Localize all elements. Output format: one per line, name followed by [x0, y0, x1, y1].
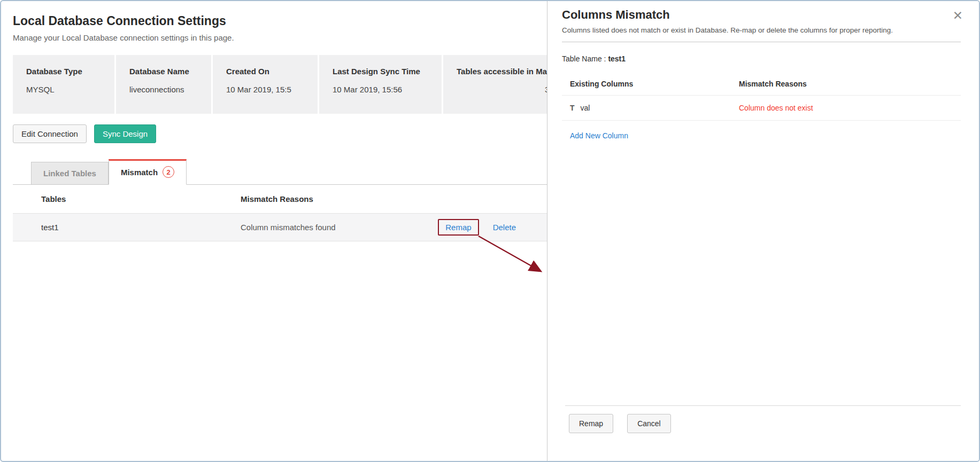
panel-title: Columns Mismatch [562, 8, 961, 22]
panel-header: Columns Mismatch Columns listed does not… [547, 1, 979, 34]
info-value: 10 Mar 2019, 15:56 [333, 85, 442, 94]
panel-footer: Remap Cancel [547, 406, 979, 461]
panel-subtitle: Columns listed does not match or exist i… [562, 26, 961, 34]
panel-cancel-button[interactable]: Cancel [627, 414, 671, 433]
screenshot-root: Local Database Connection Settings Manag… [0, 0, 980, 462]
existing-columns-header: Existing Columns [570, 80, 739, 88]
page-title: Local Database Connection Settings [13, 14, 547, 28]
info-value: liveconnections [129, 85, 211, 94]
connection-actions: Edit Connection Sync Design [13, 124, 547, 143]
columns-mismatch-panel: ✕ Columns Mismatch Columns listed does n… [547, 1, 979, 461]
add-new-column-wrapper: Add New Column [562, 131, 961, 140]
panel-body: Table Name : test1 Existing Columns Mism… [547, 42, 979, 405]
mismatch-count-badge: 2 [163, 166, 174, 178]
table-name-cell: test1 [13, 223, 241, 232]
panel-remap-button[interactable]: Remap [569, 414, 613, 433]
add-new-column-link[interactable]: Add New Column [570, 131, 628, 140]
column-header-mismatch-reasons: Mismatch Reasons [241, 194, 547, 203]
column-name: val [581, 104, 590, 112]
info-header: Created On [226, 67, 318, 76]
connection-info-table: Database Type MYSQL Database Name liveco… [13, 55, 547, 114]
panel-spacer [562, 140, 961, 405]
info-value: 3 [457, 85, 547, 94]
info-value: MYSQL [26, 85, 114, 94]
tab-bar: Linked Tables Mismatch 2 [13, 159, 547, 185]
sync-design-button[interactable]: Sync Design [94, 124, 156, 143]
info-cell-tables-accessible: Tables accessible in Mana 3 [443, 55, 547, 114]
column-cell: T val [570, 104, 739, 112]
info-cell-created-on: Created On 10 Mar 2019, 15:5 [213, 55, 318, 114]
info-cell-database-name: Database Name liveconnections [116, 55, 211, 114]
table-row: test1 Column mismatches found Remap Dele… [13, 214, 547, 241]
panel-columns-header: Existing Columns Mismatch Reasons [562, 80, 961, 96]
tab-mismatch[interactable]: Mismatch 2 [109, 159, 187, 185]
tab-linked-tables[interactable]: Linked Tables [31, 162, 109, 185]
mismatch-reasons-header: Mismatch Reasons [739, 80, 961, 88]
text-type-icon: T [570, 104, 575, 112]
delete-link[interactable]: Delete [493, 223, 516, 232]
mismatch-reason-cell: Column mismatches found [241, 223, 438, 232]
connection-settings-page: Local Database Connection Settings Manag… [1, 1, 547, 461]
remap-highlight-box: Remap [438, 219, 479, 236]
page-subtitle: Manage your Local Database connection se… [13, 33, 547, 42]
column-row: T val Column does not exist [562, 96, 961, 121]
info-header: Database Type [26, 67, 114, 76]
info-header: Last Design Sync Time [333, 67, 442, 76]
tab-label: Linked Tables [43, 169, 96, 178]
info-header: Tables accessible in Mana [457, 67, 547, 76]
edit-connection-button[interactable]: Edit Connection [13, 124, 87, 143]
info-value: 10 Mar 2019, 15:5 [226, 85, 318, 94]
remap-link[interactable]: Remap [445, 223, 471, 232]
row-actions: Remap Delete [438, 219, 547, 236]
mismatch-reason: Column does not exist [739, 104, 961, 112]
mismatch-table-header: Tables Mismatch Reasons [13, 185, 547, 214]
info-header: Database Name [129, 67, 211, 76]
column-header-tables: Tables [13, 194, 241, 203]
tab-label: Mismatch [121, 168, 158, 177]
info-cell-last-sync-time: Last Design Sync Time 10 Mar 2019, 15:56 [319, 55, 442, 114]
close-icon[interactable]: ✕ [953, 10, 963, 22]
info-cell-database-type: Database Type MYSQL [13, 55, 114, 114]
table-name-line: Table Name : test1 [562, 54, 961, 63]
table-name-label: Table Name : [562, 54, 606, 63]
table-name-value: test1 [608, 54, 626, 63]
